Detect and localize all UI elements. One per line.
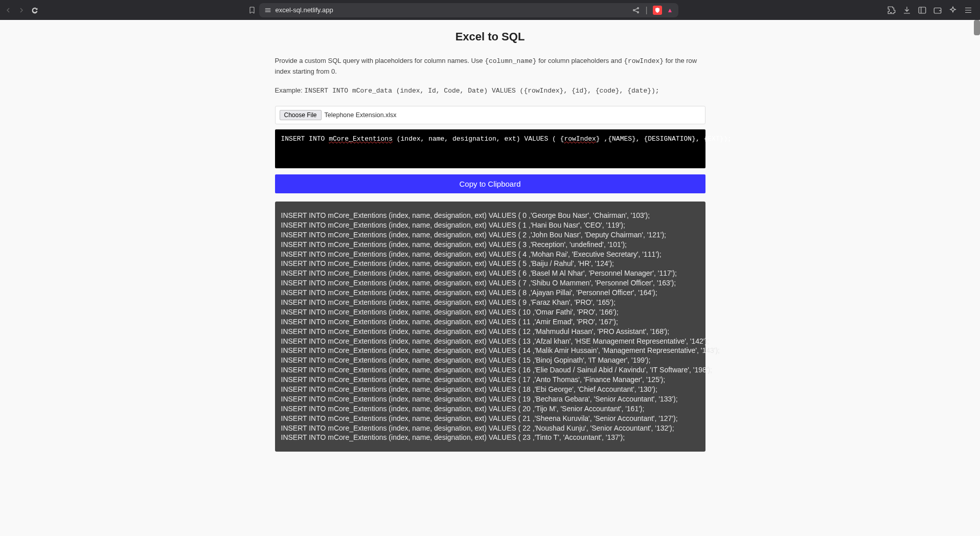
back-icon[interactable]	[4, 6, 12, 14]
instruction-row-code: {rowIndex}	[624, 57, 664, 65]
instruction-prefix: Provide a custom SQL query with placehol…	[275, 57, 485, 64]
file-input-row: Choose File Telephone Extension.xlsx	[275, 106, 705, 124]
choose-file-button[interactable]: Choose File	[280, 110, 322, 120]
instructions: Provide a custom SQL query with placehol…	[275, 56, 705, 76]
output-row: INSERT INTO mCore_Extentions (index, nam…	[281, 365, 699, 375]
instruction-col-code: {column_name}	[485, 57, 536, 65]
output-row: INSERT INTO mCore_Extentions (index, nam…	[281, 414, 699, 423]
sql-output: INSERT INTO mCore_Extentions (index, nam…	[275, 202, 705, 452]
bookmark-icon[interactable]	[248, 6, 256, 14]
output-row: INSERT INTO mCore_Extentions (index, nam…	[281, 250, 699, 259]
output-row: INSERT INTO mCore_Extentions (index, nam…	[281, 259, 699, 269]
output-row: INSERT INTO mCore_Extentions (index, nam…	[281, 327, 699, 337]
sidebar-icon[interactable]	[918, 6, 927, 15]
example: Example: INSERT INTO mCore_data (index, …	[275, 86, 705, 95]
example-code: INSERT INTO mCore_data (index, Id, Code,…	[304, 87, 659, 95]
content: Excel to SQL Provide a custom SQL query …	[275, 20, 705, 460]
toolbar-right	[887, 6, 976, 15]
output-row: INSERT INTO mCore_Extentions (index, nam…	[281, 211, 699, 220]
brave-shield-icon[interactable]	[653, 6, 662, 15]
svg-point-1	[637, 7, 639, 9]
url-text: excel-sql.netlify.app	[276, 6, 333, 14]
output-row: INSERT INTO mCore_Extentions (index, nam…	[281, 375, 699, 385]
forward-icon[interactable]	[17, 6, 26, 14]
browser-chrome: excel-sql.netlify.app | ▲	[0, 0, 980, 20]
output-row: INSERT INTO mCore_Extentions (index, nam…	[281, 288, 699, 298]
output-row: INSERT INTO mCore_Extentions (index, nam…	[281, 394, 699, 404]
output-row: INSERT INTO mCore_Extentions (index, nam…	[281, 230, 699, 240]
output-row: INSERT INTO mCore_Extentions (index, nam…	[281, 220, 699, 230]
svg-point-2	[637, 11, 639, 13]
download-icon[interactable]	[902, 6, 911, 15]
svg-rect-3	[919, 7, 926, 13]
copy-clipboard-button[interactable]: Copy to Clipboard	[275, 174, 705, 193]
output-row: INSERT INTO mCore_Extentions (index, nam…	[281, 423, 699, 433]
brave-rewards-icon[interactable]: ▲	[667, 7, 673, 14]
sql-template-input[interactable]: INSERT INTO mCore_Extentions (index, nam…	[275, 129, 705, 168]
output-row: INSERT INTO mCore_Extentions (index, nam…	[281, 346, 699, 355]
output-row: INSERT INTO mCore_Extentions (index, nam…	[281, 317, 699, 327]
nav-arrows	[4, 6, 39, 14]
scrollbar-thumb[interactable]	[974, 20, 980, 35]
url-right: | ▲	[632, 6, 673, 15]
url-bar-wrap: excel-sql.netlify.app | ▲	[43, 3, 883, 17]
output-row: INSERT INTO mCore_Extentions (index, nam…	[281, 307, 699, 317]
extensions-icon[interactable]	[887, 6, 896, 15]
svg-point-0	[633, 9, 635, 11]
example-label: Example:	[275, 86, 305, 94]
instruction-mid: for column placeholders and	[537, 57, 624, 64]
output-row: INSERT INTO mCore_Extentions (index, nam…	[281, 240, 699, 250]
output-row: INSERT INTO mCore_Extentions (index, nam…	[281, 278, 699, 288]
output-row: INSERT INTO mCore_Extentions (index, nam…	[281, 269, 699, 278]
output-row: INSERT INTO mCore_Extentions (index, nam…	[281, 355, 699, 365]
url-bar[interactable]: excel-sql.netlify.app | ▲	[259, 3, 678, 17]
share-icon[interactable]	[632, 6, 640, 14]
output-row: INSERT INTO mCore_Extentions (index, nam…	[281, 385, 699, 394]
output-row: INSERT INTO mCore_Extentions (index, nam…	[281, 337, 699, 346]
file-name: Telephone Extension.xlsx	[325, 111, 397, 119]
page-title: Excel to SQL	[275, 30, 705, 43]
tune-icon[interactable]	[264, 7, 271, 14]
reload-icon[interactable]	[31, 6, 39, 14]
wallet-icon[interactable]	[933, 6, 942, 15]
output-row: INSERT INTO mCore_Extentions (index, nam…	[281, 298, 699, 307]
viewport[interactable]: Excel to SQL Provide a custom SQL query …	[0, 20, 980, 536]
menu-icon[interactable]	[964, 6, 973, 15]
output-row: INSERT INTO mCore_Extentions (index, nam…	[281, 433, 699, 442]
output-row: INSERT INTO mCore_Extentions (index, nam…	[281, 404, 699, 414]
sparkle-icon[interactable]	[948, 6, 958, 15]
